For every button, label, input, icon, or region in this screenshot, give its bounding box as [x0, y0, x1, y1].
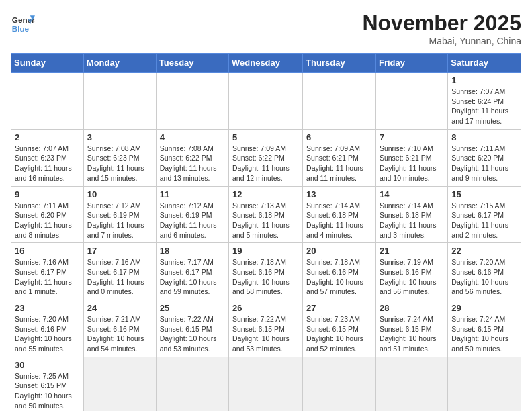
calendar-cell — [229, 357, 303, 411]
day-number: 13 — [306, 189, 372, 199]
calendar-cell: 29Sunrise: 7:24 AM Sunset: 6:15 PM Dayli… — [448, 300, 521, 357]
day-number: 20 — [306, 246, 372, 256]
sun-info: Sunrise: 7:09 AM Sunset: 6:21 PM Dayligh… — [306, 144, 372, 183]
day-header-tuesday: Tuesday — [156, 54, 228, 73]
sun-info: Sunrise: 7:12 AM Sunset: 6:19 PM Dayligh… — [160, 201, 225, 240]
day-number: 14 — [380, 189, 444, 199]
calendar-cell: 16Sunrise: 7:16 AM Sunset: 6:17 PM Dayli… — [11, 243, 84, 300]
sun-info: Sunrise: 7:10 AM Sunset: 6:21 PM Dayligh… — [380, 144, 444, 183]
sun-info: Sunrise: 7:16 AM Sunset: 6:17 PM Dayligh… — [87, 257, 152, 297]
day-header-sunday: Sunday — [11, 54, 84, 73]
calendar-cell: 14Sunrise: 7:14 AM Sunset: 6:18 PM Dayli… — [375, 186, 447, 243]
sun-info: Sunrise: 7:18 AM Sunset: 6:16 PM Dayligh… — [306, 257, 372, 297]
calendar-cell: 26Sunrise: 7:22 AM Sunset: 6:15 PM Dayli… — [229, 300, 303, 357]
day-number: 12 — [232, 189, 299, 199]
sun-info: Sunrise: 7:20 AM Sunset: 6:16 PM Dayligh… — [15, 314, 80, 354]
day-number: 25 — [160, 303, 225, 313]
calendar-cell: 21Sunrise: 7:19 AM Sunset: 6:16 PM Dayli… — [375, 243, 447, 300]
sun-info: Sunrise: 7:21 AM Sunset: 6:16 PM Dayligh… — [87, 314, 152, 354]
calendar-cell: 13Sunrise: 7:14 AM Sunset: 6:18 PM Dayli… — [303, 186, 376, 243]
calendar-cell: 11Sunrise: 7:12 AM Sunset: 6:19 PM Dayli… — [156, 186, 228, 243]
day-number: 27 — [306, 303, 372, 313]
day-number: 10 — [87, 189, 152, 199]
calendar-cell: 4Sunrise: 7:08 AM Sunset: 6:22 PM Daylig… — [156, 129, 228, 186]
calendar-cell: 6Sunrise: 7:09 AM Sunset: 6:21 PM Daylig… — [303, 129, 376, 186]
calendar-cell — [156, 73, 228, 130]
sun-info: Sunrise: 7:07 AM Sunset: 6:24 PM Dayligh… — [451, 87, 517, 126]
sun-info: Sunrise: 7:07 AM Sunset: 6:23 PM Dayligh… — [15, 144, 80, 183]
month-title: November 2025 — [362, 11, 521, 36]
calendar-cell: 20Sunrise: 7:18 AM Sunset: 6:16 PM Dayli… — [303, 243, 376, 300]
logo: General Blue — [11, 11, 35, 35]
calendar-cell: 5Sunrise: 7:09 AM Sunset: 6:22 PM Daylig… — [229, 129, 303, 186]
calendar-cell — [448, 357, 521, 411]
calendar-week-row: 1Sunrise: 7:07 AM Sunset: 6:24 PM Daylig… — [11, 73, 521, 130]
calendar-cell: 28Sunrise: 7:24 AM Sunset: 6:15 PM Dayli… — [375, 300, 447, 357]
day-number: 18 — [160, 246, 225, 256]
calendar-cell — [156, 357, 228, 411]
calendar-cell: 3Sunrise: 7:08 AM Sunset: 6:23 PM Daylig… — [83, 129, 156, 186]
day-number: 6 — [306, 132, 372, 142]
day-header-monday: Monday — [83, 54, 156, 73]
calendar-cell: 2Sunrise: 7:07 AM Sunset: 6:23 PM Daylig… — [11, 129, 84, 186]
day-number: 7 — [380, 132, 444, 142]
calendar-cell — [375, 73, 447, 130]
day-number: 4 — [160, 132, 225, 142]
day-header-saturday: Saturday — [448, 54, 521, 73]
day-number: 28 — [380, 303, 444, 313]
page-header: General Blue November 2025 Mabai, Yunnan… — [11, 11, 521, 46]
calendar-cell: 18Sunrise: 7:17 AM Sunset: 6:17 PM Dayli… — [156, 243, 228, 300]
day-header-thursday: Thursday — [303, 54, 376, 73]
day-number: 11 — [160, 189, 225, 199]
sun-info: Sunrise: 7:23 AM Sunset: 6:15 PM Dayligh… — [306, 314, 372, 354]
sun-info: Sunrise: 7:16 AM Sunset: 6:17 PM Dayligh… — [15, 257, 80, 297]
day-number: 19 — [232, 246, 299, 256]
sun-info: Sunrise: 7:14 AM Sunset: 6:18 PM Dayligh… — [380, 201, 444, 240]
sun-info: Sunrise: 7:17 AM Sunset: 6:17 PM Dayligh… — [160, 257, 225, 297]
calendar-table: SundayMondayTuesdayWednesdayThursdayFrid… — [11, 53, 521, 411]
day-number: 8 — [451, 132, 517, 142]
sun-info: Sunrise: 7:24 AM Sunset: 6:15 PM Dayligh… — [451, 314, 517, 354]
calendar-cell: 23Sunrise: 7:20 AM Sunset: 6:16 PM Dayli… — [11, 300, 84, 357]
sun-info: Sunrise: 7:08 AM Sunset: 6:23 PM Dayligh… — [87, 144, 152, 183]
sun-info: Sunrise: 7:22 AM Sunset: 6:15 PM Dayligh… — [232, 314, 299, 354]
day-number: 5 — [232, 132, 299, 142]
sun-info: Sunrise: 7:19 AM Sunset: 6:16 PM Dayligh… — [380, 257, 444, 297]
calendar-cell — [229, 73, 303, 130]
day-number: 30 — [15, 360, 80, 370]
calendar-cell: 17Sunrise: 7:16 AM Sunset: 6:17 PM Dayli… — [83, 243, 156, 300]
sun-info: Sunrise: 7:14 AM Sunset: 6:18 PM Dayligh… — [306, 201, 372, 240]
day-header-friday: Friday — [375, 54, 447, 73]
sun-info: Sunrise: 7:18 AM Sunset: 6:16 PM Dayligh… — [232, 257, 299, 297]
day-number: 1 — [451, 75, 517, 85]
calendar-cell — [303, 357, 376, 411]
day-number: 21 — [380, 246, 444, 256]
day-header-wednesday: Wednesday — [229, 54, 303, 73]
sun-info: Sunrise: 7:22 AM Sunset: 6:15 PM Dayligh… — [160, 314, 225, 354]
calendar-week-row: 2Sunrise: 7:07 AM Sunset: 6:23 PM Daylig… — [11, 129, 521, 186]
day-number: 17 — [87, 246, 152, 256]
sun-info: Sunrise: 7:11 AM Sunset: 6:20 PM Dayligh… — [15, 201, 80, 240]
calendar-cell — [83, 357, 156, 411]
day-number: 24 — [87, 303, 152, 313]
calendar-week-row: 23Sunrise: 7:20 AM Sunset: 6:16 PM Dayli… — [11, 300, 521, 357]
sun-info: Sunrise: 7:15 AM Sunset: 6:17 PM Dayligh… — [451, 201, 517, 240]
calendar-cell: 30Sunrise: 7:25 AM Sunset: 6:15 PM Dayli… — [11, 357, 84, 411]
calendar-header-row: SundayMondayTuesdayWednesdayThursdayFrid… — [11, 54, 521, 73]
calendar-cell: 24Sunrise: 7:21 AM Sunset: 6:16 PM Dayli… — [83, 300, 156, 357]
sun-info: Sunrise: 7:09 AM Sunset: 6:22 PM Dayligh… — [232, 144, 299, 183]
location: Mabai, Yunnan, China — [362, 36, 521, 46]
calendar-cell: 12Sunrise: 7:13 AM Sunset: 6:18 PM Dayli… — [229, 186, 303, 243]
calendar-cell: 15Sunrise: 7:15 AM Sunset: 6:17 PM Dayli… — [448, 186, 521, 243]
logo-icon: General Blue — [11, 11, 35, 35]
calendar-cell — [11, 73, 84, 130]
calendar-cell — [303, 73, 376, 130]
calendar-week-row: 16Sunrise: 7:16 AM Sunset: 6:17 PM Dayli… — [11, 243, 521, 300]
calendar-week-row: 9Sunrise: 7:11 AM Sunset: 6:20 PM Daylig… — [11, 186, 521, 243]
calendar-cell: 7Sunrise: 7:10 AM Sunset: 6:21 PM Daylig… — [375, 129, 447, 186]
day-number: 26 — [232, 303, 299, 313]
sun-info: Sunrise: 7:12 AM Sunset: 6:19 PM Dayligh… — [87, 201, 152, 240]
calendar-week-row: 30Sunrise: 7:25 AM Sunset: 6:15 PM Dayli… — [11, 357, 521, 411]
day-number: 29 — [451, 303, 517, 313]
sun-info: Sunrise: 7:13 AM Sunset: 6:18 PM Dayligh… — [232, 201, 299, 240]
